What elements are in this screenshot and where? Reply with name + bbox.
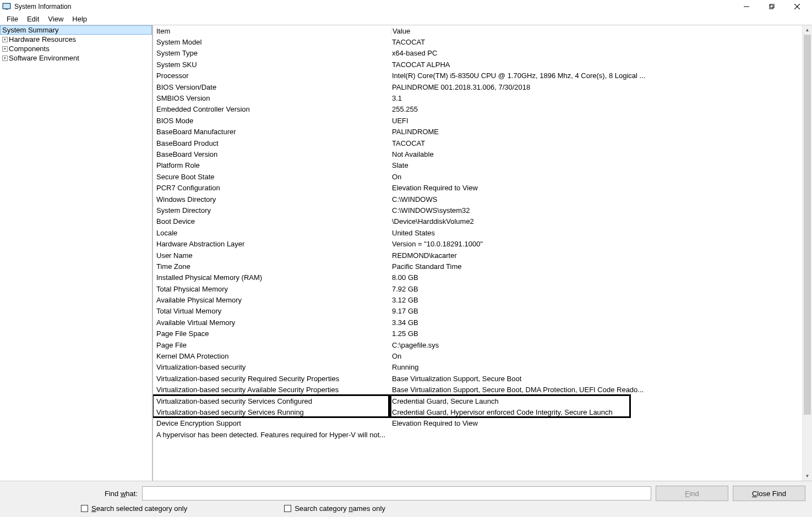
expander-icon[interactable]: +	[2, 56, 8, 61]
cell-item: SMBIOS Version	[153, 94, 391, 102]
svg-rect-5	[770, 4, 774, 8]
col-header-item[interactable]: Item	[153, 27, 391, 35]
maximize-button[interactable]	[759, 0, 784, 13]
scroll-down-arrow[interactable]: ▼	[803, 471, 812, 481]
table-row[interactable]: Device Encryption SupportElevation Requi…	[153, 418, 802, 429]
table-row[interactable]: Time ZonePacific Standard Time	[153, 261, 802, 272]
table-row[interactable]: System ModelTACOCAT	[153, 36, 802, 47]
cell-value: 1.25 GB	[391, 329, 802, 338]
table-row[interactable]: Available Physical Memory3.12 GB	[153, 294, 802, 305]
find-label: Find what:	[0, 490, 138, 498]
scroll-up-arrow[interactable]: ▲	[803, 25, 812, 35]
table-row[interactable]: LocaleUnited States	[153, 227, 802, 238]
cell-value: PALINDROME 001.2018.31.006, 7/30/2018	[391, 83, 802, 91]
table-row[interactable]: BIOS Version/DatePALINDROME 001.2018.31.…	[153, 81, 802, 92]
cell-item: System Type	[153, 49, 391, 57]
table-row[interactable]: BaseBoard ProductTACOCAT	[153, 138, 802, 148]
close-button[interactable]	[784, 0, 810, 13]
details-table: Item Value System ModelTACOCATSystem Typ…	[153, 25, 803, 481]
cell-item: Kernel DMA Protection	[153, 352, 391, 360]
table-header[interactable]: Item Value	[153, 25, 802, 36]
cell-item: Processor	[153, 72, 391, 80]
menu-edit[interactable]: Edit	[23, 14, 43, 24]
table-row[interactable]: Virtualization-based securityRunning	[153, 362, 802, 373]
table-row[interactable]: SMBIOS Version3.1	[153, 92, 802, 103]
scroll-thumb[interactable]	[804, 35, 811, 415]
table-row[interactable]: Page FileC:\pagefile.sys	[153, 339, 802, 350]
cell-value: TACOCAT	[391, 139, 802, 147]
table-row[interactable]: Hardware Abstraction LayerVersion = "10.…	[153, 238, 802, 249]
menu-view[interactable]: View	[43, 14, 68, 24]
cell-item: Platform Role	[153, 161, 391, 169]
table-row[interactable]: Installed Physical Memory (RAM)8.00 GB	[153, 272, 802, 283]
table-row[interactable]: Virtualization-based security Services C…	[153, 395, 802, 406]
table-row[interactable]: Virtualization-based security Required S…	[153, 373, 802, 384]
tree-item-label: Hardware Resources	[9, 35, 76, 43]
table-row[interactable]: Boot Device\Device\HarddiskVolume2	[153, 216, 802, 227]
table-row[interactable]: Total Virtual Memory9.17 GB	[153, 306, 802, 317]
title-bar: System Information	[0, 0, 812, 13]
table-row[interactable]: Available Virtual Memory3.34 GB	[153, 317, 802, 328]
cell-value: Slate	[391, 161, 802, 169]
cell-value: 255.255	[391, 105, 802, 113]
cell-item: Embedded Controller Version	[153, 105, 391, 113]
cell-value: 3.12 GB	[391, 296, 802, 304]
table-row[interactable]: User NameREDMOND\kacarter	[153, 250, 802, 261]
app-icon	[2, 2, 11, 11]
table-row[interactable]: Total Physical Memory7.92 GB	[153, 283, 802, 294]
expander-icon[interactable]: +	[2, 37, 8, 42]
table-row[interactable]: Secure Boot StateOn	[153, 171, 802, 182]
find-button[interactable]: Find	[656, 486, 728, 501]
svg-rect-1	[3, 4, 10, 8]
cell-item: Total Physical Memory	[153, 285, 391, 293]
cell-item: BaseBoard Manufacturer	[153, 128, 391, 136]
find-bar: Find what: Find Close Find Search select…	[0, 481, 812, 517]
cell-value: Elevation Required to View	[391, 419, 802, 427]
cell-item: Virtualization-based security Available …	[153, 386, 391, 394]
minimize-button[interactable]	[734, 0, 759, 13]
expander-icon[interactable]: +	[2, 46, 8, 52]
cell-value: C:\WINDOWS\system32	[391, 206, 802, 215]
tree-item-components[interactable]: +Components	[0, 44, 152, 53]
tree-item-system-summary[interactable]: System Summary	[0, 25, 152, 35]
table-row[interactable]: A hypervisor has been detected. Features…	[153, 429, 802, 440]
table-row[interactable]: Windows DirectoryC:\WINDOWS	[153, 194, 802, 205]
cell-value: TACOCAT	[391, 38, 802, 46]
table-row[interactable]: PCR7 ConfigurationElevation Required to …	[153, 182, 802, 193]
table-row[interactable]: ProcessorIntel(R) Core(TM) i5-8350U CPU …	[153, 70, 802, 81]
cell-item: Installed Physical Memory (RAM)	[153, 273, 391, 282]
table-row[interactable]: BIOS ModeUEFI	[153, 115, 802, 126]
table-row[interactable]: System SKUTACOCAT ALPHA	[153, 59, 802, 70]
search-category-names-only-checkbox[interactable]: Search category names only	[284, 504, 385, 513]
table-row[interactable]: BaseBoard VersionNot Available	[153, 148, 802, 160]
tree-item-label: System Summary	[2, 26, 59, 34]
vertical-scrollbar[interactable]: ▲ ▼	[803, 25, 812, 481]
table-row[interactable]: System Typex64-based PC	[153, 48, 802, 59]
menu-help[interactable]: Help	[68, 14, 91, 24]
cell-value: 7.92 GB	[391, 285, 802, 293]
table-row[interactable]: Kernel DMA ProtectionOn	[153, 350, 802, 361]
table-row[interactable]: Virtualization-based security Services R…	[153, 406, 802, 417]
cell-value: 9.17 GB	[391, 307, 802, 315]
table-row[interactable]: Embedded Controller Version255.255	[153, 104, 802, 115]
tree-item-software-environment[interactable]: +Software Environment	[0, 53, 152, 63]
cell-value: United States	[391, 229, 802, 237]
cell-item: PCR7 Configuration	[153, 184, 391, 192]
cell-item: Secure Boot State	[153, 173, 391, 181]
table-row[interactable]: Page File Space1.25 GB	[153, 328, 802, 339]
cell-value: Pacific Standard Time	[391, 262, 802, 271]
table-row[interactable]: BaseBoard ManufacturerPALINDROME	[153, 127, 802, 138]
find-input[interactable]	[142, 486, 651, 501]
window-title: System Information	[14, 3, 734, 10]
menu-file[interactable]: File	[2, 14, 23, 24]
table-row[interactable]: System DirectoryC:\WINDOWS\system32	[153, 205, 802, 216]
col-header-value[interactable]: Value	[391, 27, 802, 35]
search-selected-category-only-checkbox[interactable]: Search selected category only	[81, 504, 187, 513]
tree-item-hardware-resources[interactable]: +Hardware Resources	[0, 35, 152, 44]
close-find-button[interactable]: Close Find	[733, 486, 805, 501]
svg-rect-4	[769, 5, 773, 9]
cell-item: Hardware Abstraction Layer	[153, 240, 391, 248]
table-row[interactable]: Platform RoleSlate	[153, 160, 802, 171]
details-panel: Item Value System ModelTACOCATSystem Typ…	[153, 25, 812, 481]
table-row[interactable]: Virtualization-based security Available …	[153, 384, 802, 395]
